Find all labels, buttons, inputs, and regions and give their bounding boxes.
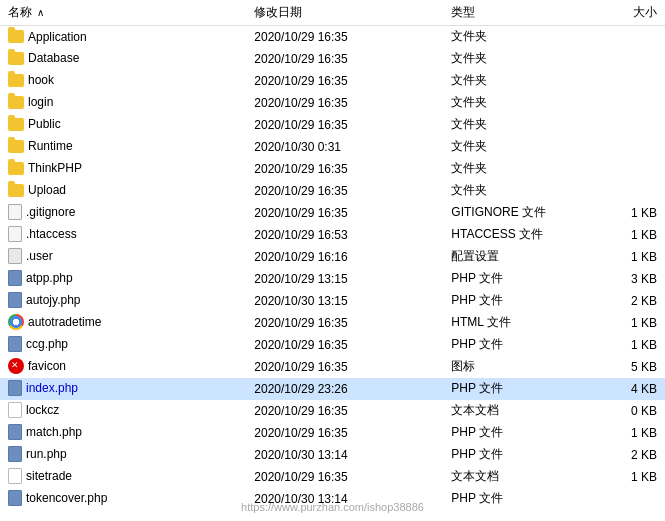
file-type-cell: HTACCESS 文件: [443, 224, 591, 246]
file-date-cell: 2020/10/29 23:26: [246, 378, 443, 400]
col-size-header[interactable]: 大小: [591, 0, 665, 26]
file-name-cell[interactable]: tokencover.php: [0, 488, 246, 510]
file-type-cell: 图标: [443, 356, 591, 378]
file-name-label: tokencover.php: [26, 491, 107, 505]
table-row[interactable]: ThinkPHP 2020/10/29 16:35 文件夹: [0, 158, 665, 180]
file-size-cell: 1 KB: [591, 312, 665, 334]
table-row[interactable]: atpp.php 2020/10/29 13:15 PHP 文件 3 KB: [0, 268, 665, 290]
file-type-cell: 文件夹: [443, 26, 591, 48]
file-type-cell: PHP 文件: [443, 268, 591, 290]
file-name-cell[interactable]: Public: [0, 114, 246, 136]
col-date-header[interactable]: 修改日期: [246, 0, 443, 26]
file-date-cell: 2020/10/29 16:35: [246, 466, 443, 488]
file-name-cell[interactable]: Application: [0, 26, 246, 48]
file-date-cell: 2020/10/29 16:35: [246, 400, 443, 422]
file-size-cell: 5 KB: [591, 356, 665, 378]
file-name-label: sitetrade: [26, 469, 72, 483]
file-name-cell[interactable]: Upload: [0, 180, 246, 202]
table-row[interactable]: Public 2020/10/29 16:35 文件夹: [0, 114, 665, 136]
file-date-cell: 2020/10/29 16:35: [246, 114, 443, 136]
folder-icon: [8, 140, 24, 153]
file-name-label: .user: [26, 249, 53, 263]
php-file-icon: [8, 424, 22, 440]
col-type-header[interactable]: 类型: [443, 0, 591, 26]
file-name-cell[interactable]: .user: [0, 246, 246, 268]
table-row[interactable]: Runtime 2020/10/30 0:31 文件夹: [0, 136, 665, 158]
file-type-cell: 文件夹: [443, 180, 591, 202]
file-name-cell[interactable]: run.php: [0, 444, 246, 466]
table-row[interactable]: match.php 2020/10/29 16:35 PHP 文件 1 KB: [0, 422, 665, 444]
file-name-cell[interactable]: Runtime: [0, 136, 246, 158]
table-row[interactable]: ccg.php 2020/10/29 16:35 PHP 文件 1 KB: [0, 334, 665, 356]
file-name-cell[interactable]: atpp.php: [0, 268, 246, 290]
file-size-cell: 1 KB: [591, 334, 665, 356]
table-row[interactable]: favicon 2020/10/29 16:35 图标 5 KB: [0, 356, 665, 378]
file-size-cell: 0 KB: [591, 400, 665, 422]
file-name-label: favicon: [28, 359, 66, 373]
table-row[interactable]: index.php 2020/10/29 23:26 PHP 文件 4 KB: [0, 378, 665, 400]
table-row[interactable]: hook 2020/10/29 16:35 文件夹: [0, 70, 665, 92]
file-name-cell[interactable]: .htaccess: [0, 224, 246, 246]
file-name-label: ccg.php: [26, 337, 68, 351]
file-name-cell[interactable]: sitetrade: [0, 466, 246, 488]
file-type-cell: PHP 文件: [443, 378, 591, 400]
table-row[interactable]: autotradetime 2020/10/29 16:35 HTML 文件 1…: [0, 312, 665, 334]
table-row[interactable]: Upload 2020/10/29 16:35 文件夹: [0, 180, 665, 202]
file-size-cell: [591, 48, 665, 70]
file-name-cell[interactable]: favicon: [0, 356, 246, 378]
table-row[interactable]: login 2020/10/29 16:35 文件夹: [0, 92, 665, 114]
file-list[interactable]: 名称 ∧ 修改日期 类型 大小 Application 2020/10/29 1…: [0, 0, 665, 521]
file-size-cell: [591, 70, 665, 92]
php-file-icon: [8, 270, 22, 286]
file-size-cell: [591, 158, 665, 180]
file-name-cell[interactable]: Database: [0, 48, 246, 70]
table-row[interactable]: lockcz 2020/10/29 16:35 文本文档 0 KB: [0, 400, 665, 422]
txt-file-icon: [8, 468, 22, 484]
file-date-cell: 2020/10/29 16:35: [246, 356, 443, 378]
file-name-label: Runtime: [28, 139, 73, 153]
file-name-label: atpp.php: [26, 271, 73, 285]
gitignore-file-icon: [8, 204, 22, 220]
file-name-cell[interactable]: ccg.php: [0, 334, 246, 356]
file-size-cell: [591, 114, 665, 136]
folder-icon: [8, 162, 24, 175]
file-type-cell: PHP 文件: [443, 488, 591, 510]
table-row[interactable]: Database 2020/10/29 16:35 文件夹: [0, 48, 665, 70]
file-name-label: autotradetime: [28, 315, 101, 329]
file-date-cell: 2020/10/30 13:14: [246, 444, 443, 466]
col-name-header[interactable]: 名称 ∧: [0, 0, 246, 26]
file-name-cell[interactable]: autotradetime: [0, 312, 246, 334]
file-size-cell: 2 KB: [591, 444, 665, 466]
file-name-label: .htaccess: [26, 227, 77, 241]
table-row[interactable]: Application 2020/10/29 16:35 文件夹: [0, 26, 665, 48]
file-name-cell[interactable]: autojy.php: [0, 290, 246, 312]
table-row[interactable]: sitetrade 2020/10/29 16:35 文本文档 1 KB: [0, 466, 665, 488]
file-size-cell: 1 KB: [591, 466, 665, 488]
table-row[interactable]: .gitignore 2020/10/29 16:35 GITIGNORE 文件…: [0, 202, 665, 224]
gitignore-file-icon: [8, 226, 22, 242]
file-name-cell[interactable]: .gitignore: [0, 202, 246, 224]
file-name-label: .gitignore: [26, 205, 75, 219]
file-size-cell: 1 KB: [591, 202, 665, 224]
table-row[interactable]: .user 2020/10/29 16:16 配置设置 1 KB: [0, 246, 665, 268]
file-date-cell: 2020/10/30 13:14: [246, 488, 443, 510]
file-date-cell: 2020/10/29 13:15: [246, 268, 443, 290]
table-row[interactable]: tokencover.php 2020/10/30 13:14 PHP 文件: [0, 488, 665, 510]
file-type-cell: PHP 文件: [443, 334, 591, 356]
table-row[interactable]: autojy.php 2020/10/30 13:15 PHP 文件 2 KB: [0, 290, 665, 312]
file-name-cell[interactable]: lockcz: [0, 400, 246, 422]
file-type-cell: GITIGNORE 文件: [443, 202, 591, 224]
file-name-cell[interactable]: index.php: [0, 378, 246, 400]
file-name-cell[interactable]: match.php: [0, 422, 246, 444]
table-row[interactable]: run.php 2020/10/30 13:14 PHP 文件 2 KB: [0, 444, 665, 466]
file-name-cell[interactable]: hook: [0, 70, 246, 92]
table-row[interactable]: .htaccess 2020/10/29 16:53 HTACCESS 文件 1…: [0, 224, 665, 246]
file-size-cell: 1 KB: [591, 246, 665, 268]
file-name-cell[interactable]: ThinkPHP: [0, 158, 246, 180]
file-size-cell: [591, 136, 665, 158]
file-size-cell: [591, 180, 665, 202]
file-type-cell: 文本文档: [443, 400, 591, 422]
txt-file-icon: [8, 402, 22, 418]
file-name-cell[interactable]: login: [0, 92, 246, 114]
file-name-label: Database: [28, 51, 79, 65]
